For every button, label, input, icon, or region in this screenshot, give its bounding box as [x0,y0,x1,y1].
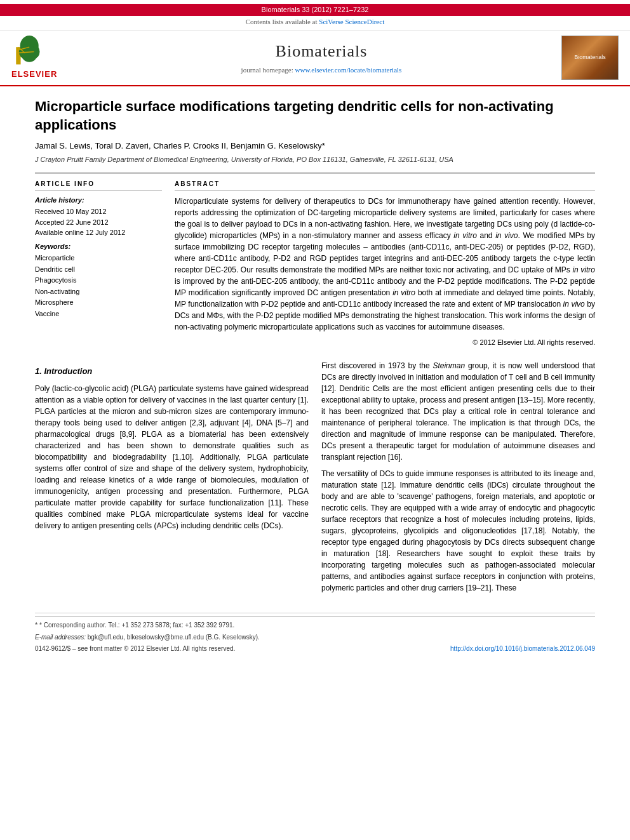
abstract-section: ABSTRACT Microparticulate systems for de… [175,180,595,347]
emails-text: bgk@ufl.edu, blkeselowsky@bme.ufl.edu (B… [88,634,260,641]
journal-name: Biomaterials [81,40,561,63]
keyword-2: Dendritic cell [35,264,162,276]
footnote-star-line: * * Corresponding author. Tel.: +1 352 2… [35,620,595,630]
elsevier-logo: ELSEVIER [11,36,81,80]
homepage-link[interactable]: www.elsevier.com/locate/biomaterials [295,66,402,74]
copyright-bottom: 0142-9612/$ – see front matter © 2012 El… [35,644,235,653]
content-area: Microparticle surface modifications targ… [0,86,630,610]
journal-banner: ELSEVIER Biomaterials journal homepage: … [0,30,630,85]
keyword-5: Microsphere [35,297,162,309]
footnote-star: * [35,621,37,629]
citation-text: Biomaterials 33 (2012) 7221–7232 [262,6,369,13]
page-wrapper: Biomaterials 33 (2012) 7221–7232 Content… [0,0,630,840]
affiliation: J Crayton Pruitt Family Department of Bi… [35,155,595,164]
intro-heading: 1. Introduction [35,365,309,378]
intro-right-paragraph-2: The versatility of DCs to guide immune r… [321,468,595,594]
elsevier-tree-icon [11,36,50,67]
copyright-line: © 2012 Elsevier Ltd. All rights reserved… [175,338,595,347]
footer-area: * * Corresponding author. Tel.: +1 352 2… [35,616,595,641]
keyword-6: Vaccine [35,309,162,320]
abstract-text: Microparticulate systems for delivery of… [175,196,595,333]
body-columns: 1. Introduction Poly (lactic-co-glycolic… [35,360,595,599]
sciverse-link[interactable]: SciVerse ScienceDirect [319,18,384,25]
received-line: Received 10 May 2012 [35,206,162,217]
intro-left-paragraph: Poly (lactic-co-glycolic acid) (PLGA) pa… [35,383,309,531]
info-abstract-row: ARTICLE INFO Article history: Received 1… [35,173,595,347]
body-right-column: First discovered in 1973 by the Steinman… [321,360,595,599]
abstract-title: ABSTRACT [175,180,595,190]
biomaterials-logo-text: Biomaterials [574,54,606,61]
email-label: E-mail addresses: [35,634,86,641]
available-line: Available online 12 July 2012 [35,227,162,238]
article-info-title: ARTICLE INFO [35,180,162,190]
footer-divider [35,613,595,613]
keyword-1: Microparticle [35,253,162,264]
homepage-prefix: journal homepage: [241,66,295,74]
keyword-3: Phagocytosis [35,275,162,286]
history-label: Article history: [35,196,162,205]
elsevier-label: ELSEVIER [11,69,57,80]
keywords-label: Keywords: [35,242,162,251]
journal-homepage: journal homepage: www.elsevier.com/locat… [81,65,561,75]
footnote-text: * Corresponding author. Tel.: +1 352 273… [39,622,234,629]
authors: Jamal S. Lewis, Toral D. Zaveri, Charles… [35,140,595,152]
intro-right-paragraph-1: First discovered in 1973 by the Steinman… [321,360,595,463]
footer-emails: E-mail addresses: bgk@ufl.edu, blkeselow… [35,633,595,642]
article-title: Microparticle surface modifications targ… [35,98,595,134]
contents-text: Contents lists available at [246,18,318,25]
keyword-4: Non-activating [35,286,162,298]
journal-header: Biomaterials 33 (2012) 7221–7232 Content… [0,0,630,86]
authors-text: Jamal S. Lewis, Toral D. Zaveri, Charles… [35,141,325,150]
keywords-list: Microparticle Dendritic cell Phagocytosi… [35,253,162,320]
journal-top-bar: Contents lists available at SciVerse Sci… [0,16,630,30]
footer-bottom: 0142-9612/$ – see front matter © 2012 El… [35,644,595,653]
journal-title-center: Biomaterials journal homepage: www.elsev… [81,40,561,75]
body-left-column: 1. Introduction Poly (lactic-co-glycolic… [35,360,309,599]
citation-bar: Biomaterials 33 (2012) 7221–7232 [0,4,630,16]
received-date: Received 10 May 2012 Accepted 22 June 20… [35,206,162,238]
accepted-line: Accepted 22 June 2012 [35,217,162,228]
article-info-panel: ARTICLE INFO Article history: Received 1… [35,180,162,347]
doi-link[interactable]: http://dx.doi.org/10.1016/j.biomaterials… [450,644,595,653]
biomaterials-logo-box: Biomaterials [561,36,619,80]
